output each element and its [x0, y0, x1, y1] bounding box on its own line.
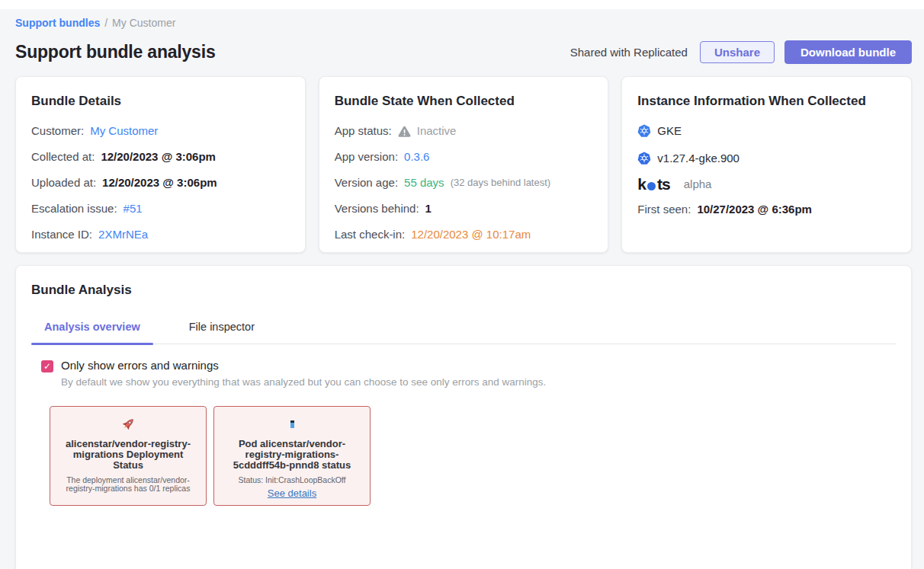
app-version-row: App version: 0.3.6 [335, 150, 593, 164]
filter-label[interactable]: Only show errors and warnings [61, 357, 546, 374]
breadcrumb: Support bundles / My Customer [15, 17, 912, 29]
instance-info-card: Instance Information When Collected GKE [621, 76, 912, 253]
app-status-label: App status: [335, 124, 392, 138]
analysis-result-title: alicenstar/vendor-registry-migrations De… [59, 439, 197, 471]
app-version-label: App version: [335, 150, 398, 164]
shared-status-text: Shared with Replicated [570, 46, 688, 59]
bundle-analysis-card: Bundle Analysis Analysis overview File i… [15, 265, 912, 569]
breadcrumb-support-bundles-link[interactable]: Support bundles [15, 17, 100, 29]
page-header: Support bundle analysis Shared with Repl… [15, 40, 912, 64]
filter-description: By default we show you everything that w… [61, 376, 546, 388]
uploaded-at-value: 12/20/2023 @ 3:06pm [102, 176, 217, 190]
app-status-value: Inactive [417, 124, 457, 138]
instance-info-title: Instance Information When Collected [637, 94, 896, 109]
first-seen-row: First seen: 10/27/2023 @ 6:36pm [637, 203, 896, 216]
analysis-result-card-deployment: alicenstar/vendor-registry-migrations De… [50, 406, 207, 506]
versions-behind-label: Versions behind: [335, 202, 419, 216]
breadcrumb-separator: / [104, 17, 107, 29]
escalation-issue-row: Escalation issue: #51 [31, 202, 290, 216]
version-age-value: 55 days [404, 176, 444, 190]
analysis-result-title: Pod alicenstar/vendor-registry-migration… [223, 439, 361, 471]
rocket-icon [120, 414, 136, 434]
uploaded-at-label: Uploaded at: [31, 176, 96, 190]
collected-at-row: Collected at: 12/20/2023 @ 3:06pm [31, 150, 290, 164]
bundle-analysis-title: Bundle Analysis [31, 283, 896, 298]
kots-row: kts alpha [637, 177, 896, 191]
analysis-result-message: The deployment alicenstar/vendor-registr… [59, 476, 197, 493]
last-checkin-label: Last check-in: [335, 228, 406, 241]
instance-id-link[interactable]: 2XMrNEa [98, 228, 148, 241]
distribution-row: GKE [637, 124, 896, 138]
breadcrumb-current: My Customer [112, 17, 175, 29]
gke-kubernetes-icon [637, 124, 651, 138]
errors-warnings-filter: Only show errors and warnings By default… [41, 357, 896, 388]
filter-text: Only show errors and warnings By default… [61, 357, 546, 388]
header-actions: Shared with Replicated Unshare Download … [570, 40, 912, 64]
versions-behind-value: 1 [425, 202, 432, 216]
instance-id-label: Instance ID: [31, 228, 92, 241]
kots-logo: kts [637, 177, 669, 191]
page-title: Support bundle analysis [15, 42, 216, 62]
kots-channel-value: alpha [684, 177, 712, 191]
tab-file-inspector[interactable]: File inspector [176, 321, 268, 344]
customer-label: Customer: [31, 124, 84, 138]
analysis-result-message: Status: Init:CrashLoopBackOff [223, 476, 361, 484]
analysis-results: alicenstar/vendor-registry-migrations De… [50, 406, 896, 506]
kots-logo-dot-icon [647, 182, 656, 190]
bundle-details-card: Bundle Details Customer: My Customer Col… [15, 76, 306, 253]
last-checkin-value: 12/20/2023 @ 10:17am [411, 228, 531, 241]
app-version-link[interactable]: 0.3.6 [404, 150, 429, 164]
tab-analysis-overview[interactable]: Analysis overview [31, 321, 153, 344]
customer-link[interactable]: My Customer [90, 124, 158, 138]
bundle-state-card: Bundle State When Collected App status: … [319, 76, 609, 253]
version-age-note: (32 days behind latest) [451, 176, 551, 190]
k8s-version-value: v1.27.4-gke.900 [657, 152, 740, 165]
version-age-label: Version age: [335, 176, 398, 190]
bundle-details-title: Bundle Details [31, 94, 290, 109]
collected-at-value: 12/20/2023 @ 3:06pm [101, 150, 216, 164]
only-errors-checkbox[interactable] [41, 360, 53, 372]
download-bundle-button[interactable]: Download bundle [784, 40, 912, 64]
first-seen-value: 10/27/2023 @ 6:36pm [697, 203, 812, 216]
bundle-state-title: Bundle State When Collected [335, 94, 593, 109]
distribution-value: GKE [657, 124, 682, 138]
see-details-link[interactable]: See details [268, 487, 316, 499]
warning-icon [398, 126, 411, 137]
unshare-button[interactable]: Unshare [700, 41, 775, 63]
uploaded-at-row: Uploaded at: 12/20/2023 @ 3:06pm [31, 176, 290, 190]
customer-row: Customer: My Customer [31, 124, 290, 138]
support-bundle-page: Support bundles / My Customer Support bu… [0, 9, 924, 569]
analysis-result-card-pod-status: Pod alicenstar/vendor-registry-migration… [213, 406, 371, 506]
version-age-row: Version age: 55 days (32 days behind lat… [335, 176, 593, 190]
collected-at-label: Collected at: [31, 150, 95, 164]
info-cards-row: Bundle Details Customer: My Customer Col… [15, 76, 912, 253]
instance-id-row: Instance ID: 2XMrNEa [31, 228, 290, 241]
last-checkin-row: Last check-in: 12/20/2023 @ 10:17am [335, 228, 593, 241]
kubernetes-icon [637, 152, 651, 165]
pod-icon [290, 414, 294, 434]
app-status-row: App status: Inactive [335, 124, 593, 138]
k8s-version-row: v1.27.4-gke.900 [637, 152, 896, 165]
escalation-issue-label: Escalation issue: [31, 202, 117, 216]
versions-behind-row: Versions behind: 1 [335, 202, 593, 216]
analysis-tabs: Analysis overview File inspector [31, 321, 896, 344]
top-strip [0, 0, 924, 9]
first-seen-label: First seen: [637, 203, 691, 216]
escalation-issue-link[interactable]: #51 [124, 202, 143, 216]
